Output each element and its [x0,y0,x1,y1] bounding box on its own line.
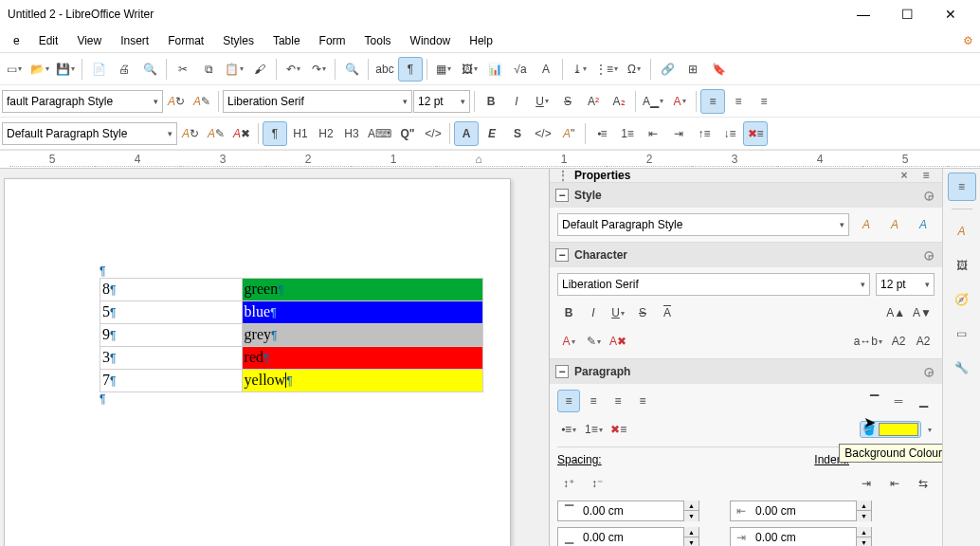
align-right-icon[interactable]: ≡ [607,390,629,412]
dec-spacing-icon[interactable]: ↕⁻ [586,472,608,495]
more-icon[interactable]: ◶ [921,247,936,263]
menu-styles[interactable]: Styles [213,30,263,51]
spin-down[interactable]: ▼ [856,537,871,546]
print-button[interactable]: 🖨 [112,57,136,82]
valign-mid-icon[interactable]: ═ [887,390,910,412]
collapse-icon[interactable]: − [555,248,569,262]
tab-styles[interactable]: A [948,217,976,246]
inc-indent-icon[interactable]: ⇥ [855,472,878,495]
copy-button[interactable]: ⧉ [196,57,221,82]
table-cell-color[interactable]: yellow¶ [242,370,482,392]
style-section-header[interactable]: − Style ◶ [550,183,942,208]
menu-table[interactable]: Table [263,30,310,51]
table-cell-number[interactable]: 5¶ [100,301,243,324]
h1-button[interactable]: H1 [288,121,313,146]
formatting-marks-button[interactable]: ¶ [398,57,423,82]
bold-button[interactable]: B [479,89,503,114]
menu-window[interactable]: Window [401,30,461,51]
pre-button[interactable]: A⌨ [365,121,394,146]
find-button[interactable]: 🔍 [339,57,364,82]
font-name-combo[interactable]: Liberation Serif▾ [223,90,412,113]
subscript-button[interactable]: A₂ [607,89,631,114]
bookmark-button[interactable]: 🔖 [706,57,731,82]
table-cell-number[interactable]: 9¶ [100,324,243,347]
print-preview-button[interactable]: 🔍 [137,57,162,82]
pilcrow-button[interactable]: ¶ [263,121,287,146]
quote-button[interactable]: Q" [395,121,420,146]
export-pdf-button[interactable]: 📄 [86,57,111,82]
cut-button[interactable]: ✂ [171,57,195,82]
edit-style-icon[interactable]: A [912,213,935,236]
insert-table-button[interactable]: ▦ [431,57,456,82]
sidebar-size-combo[interactable]: 12 pt▾ [876,273,935,296]
code-button[interactable]: </> [421,121,445,146]
underline-icon[interactable]: U [607,301,629,324]
table-row[interactable]: 3¶red¶ [100,347,483,370]
indent-left-input[interactable]: ⇤ 0.00 cm ▲▼ [730,500,872,521]
nolist-icon[interactable]: ✖≡ [608,418,630,441]
underline-button[interactable]: U [530,89,554,114]
field-button[interactable]: ⋮≡ [592,57,621,82]
moveup-button[interactable]: ↑≡ [692,121,717,146]
superscript-button[interactable]: A² [581,89,606,114]
spin-up[interactable]: ▲ [856,500,871,511]
undo-button[interactable]: ↶ [281,57,305,82]
grip-icon[interactable]: ⋮ [557,169,569,182]
numbers-icon[interactable]: 1≡ [582,418,606,441]
collapse-icon[interactable]: − [555,365,569,378]
background-color-button[interactable]: 🪣 [860,421,921,438]
font-size-combo[interactable]: 12 pt▾ [413,90,470,113]
clear-formatting-button[interactable]: A✖ [229,121,254,146]
spacing-above-input[interactable]: ▔ 0.00 cm ▲▼ [557,500,699,521]
h2-button[interactable]: H2 [314,121,338,146]
document-viewport[interactable]: ¶ 8¶green¶5¶blue¶9¶grey¶3¶red¶7¶yellow¶ … [0,169,549,546]
italic-icon[interactable]: I [582,301,605,324]
table-row[interactable]: 9¶grey¶ [100,324,483,347]
inc-spacing-icon[interactable]: ↕⁺ [557,472,580,495]
table-row[interactable]: 5¶blue¶ [100,301,483,324]
update-style-icon[interactable]: A [855,213,878,236]
code2-button[interactable]: </> [531,121,555,146]
collapse-icon[interactable]: − [555,189,569,202]
bold-icon[interactable]: B [557,301,580,324]
s-button[interactable]: S [505,121,530,146]
align-right-button[interactable]: ≡ [752,89,776,114]
tab-page[interactable]: ▭ [948,319,976,348]
new-style-button[interactable]: A✎ [190,89,214,114]
sidebar-style-combo[interactable]: Default Paragraph Style▾ [557,213,849,236]
update-style-button[interactable]: A↻ [164,89,189,114]
subscript-icon[interactable]: A2 [912,330,935,353]
spin-down[interactable]: ▼ [683,537,699,546]
spin-up[interactable]: ▲ [683,527,699,537]
spin-down[interactable]: ▼ [683,511,699,521]
new-style-icon[interactable]: A [883,213,906,236]
highlight-color-button[interactable]: A▁ [640,89,666,114]
update-style-button-2[interactable]: A↻ [178,121,203,146]
highlight-icon[interactable]: ✎ [582,330,605,353]
menu-edit[interactable]: Edit [29,30,68,51]
font-color-button[interactable]: A [667,89,692,114]
settings-gear-icon[interactable]: ⚙ [959,32,976,49]
paragraph-section-header[interactable]: − Paragraph ◶ [550,359,942,384]
clear-list-button[interactable]: ✖≡ [743,121,768,146]
save-button[interactable]: 💾 [53,57,78,82]
close-button[interactable]: ✕ [929,0,972,28]
redo-button[interactable]: ↷ [306,57,331,82]
menu-file[interactable]: e [4,30,29,51]
align-justify-icon[interactable]: ≡ [631,390,654,412]
insert-textbox-button[interactable]: A [534,57,558,82]
valign-top-icon[interactable]: ▔ [862,390,885,412]
tab-inspector[interactable]: 🔧 [948,354,976,382]
superscript-icon[interactable]: A2 [887,330,910,353]
minimize-button[interactable]: — [842,0,885,28]
align-left-button[interactable]: ≡ [700,89,725,114]
spacing-below-input[interactable]: ▁ 0.00 cm ▲▼ [557,527,699,546]
table-cell-number[interactable]: 8¶ [100,279,243,301]
number-button[interactable]: 1≡ [615,121,640,146]
paragraph-style-combo-2[interactable]: Default Paragraph Style▾ [2,122,177,145]
insert-formula-button[interactable]: √a [508,57,533,82]
table-cell-color[interactable]: grey¶ [242,324,482,347]
char-a-button[interactable]: A [454,121,479,146]
strike-button[interactable]: S [555,89,580,114]
spellcheck-button[interactable]: abc [372,57,397,82]
